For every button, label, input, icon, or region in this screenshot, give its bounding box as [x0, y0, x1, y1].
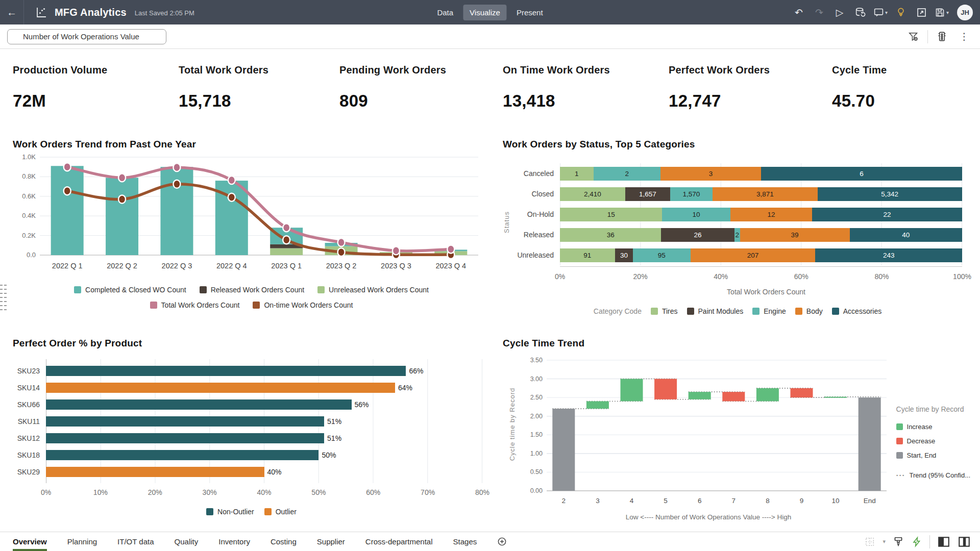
visualization-settings-icon[interactable]	[933, 28, 950, 45]
canvas-tab-itot-data[interactable]: IT/OT data	[117, 532, 154, 551]
chart-perfect-order-by-product[interactable]: Perfect Order % by Product SKU2366%SKU14…	[10, 338, 493, 528]
back-button[interactable]: ←	[0, 0, 23, 24]
data-point[interactable]	[228, 176, 235, 184]
canvas-tab-supplier[interactable]: Supplier	[317, 532, 345, 551]
legend-item[interactable]: Outlier	[264, 508, 297, 516]
bar-segment-engine[interactable]: 95	[633, 248, 690, 262]
data-point[interactable]	[228, 193, 235, 202]
cycle-plot-area[interactable]: 3.503.002.502.001.501.000.500.0023456789…	[503, 349, 972, 521]
bar-segment-body[interactable]: 39	[740, 228, 850, 242]
data-point[interactable]	[118, 195, 126, 204]
bar-segment-accessories[interactable]: 40	[850, 228, 962, 242]
data-point[interactable]	[338, 238, 345, 246]
legend-item[interactable]: Decrease	[896, 437, 970, 445]
add-canvas-button[interactable]	[497, 537, 507, 546]
comments-button[interactable]: ▾	[871, 3, 890, 21]
kpi-cycle-time[interactable]: Cycle Time 45.70	[832, 64, 980, 135]
legend-item[interactable]: Non-Outlier	[206, 508, 254, 516]
bar-segment-accessories[interactable]: 243	[815, 248, 962, 262]
layout-caret-icon[interactable]: ▾	[883, 538, 886, 545]
save-button[interactable]: ▾	[933, 3, 951, 21]
tab-data[interactable]: Data	[430, 5, 460, 20]
bar-segment-tires[interactable]: 2,410	[560, 187, 625, 201]
status-plot-area[interactable]: Canceled1236Closed2,4101,6571,5703,8715,…	[503, 163, 972, 315]
bar-segment-tires[interactable]: 36	[560, 228, 661, 242]
waterfall-bar-4[interactable]	[621, 379, 643, 402]
canvas-tab-quality[interactable]: Quality	[175, 532, 199, 551]
canvas-layout-icon[interactable]	[864, 536, 875, 547]
tab-present[interactable]: Present	[510, 5, 550, 20]
bar-segment-engine[interactable]: 1,570	[670, 187, 713, 201]
canvas-tab-costing[interactable]: Costing	[271, 532, 297, 551]
legend-item[interactable]: Body	[795, 307, 823, 315]
waterfall-bar-3[interactable]	[586, 401, 609, 409]
waterfall-bar-2[interactable]	[552, 409, 575, 491]
filter-pill-work-operations[interactable]: Number of Work Operations Value	[7, 29, 166, 44]
redo-button[interactable]: ↷	[810, 3, 828, 21]
canvas-tab-overview[interactable]: Overview	[13, 532, 47, 551]
refresh-data-icon[interactable]	[851, 3, 869, 21]
data-point[interactable]	[338, 248, 345, 256]
chart-work-orders-trend[interactable]: Work Orders Trend from Past One Year 1.0…	[10, 139, 493, 332]
kpi-on-time-work-orders[interactable]: On Time Work Orders 13,418	[503, 64, 669, 135]
preview-play-button[interactable]: ▷	[830, 3, 849, 21]
kpi-pending-work-orders[interactable]: Pending Work Orders 809	[339, 64, 503, 135]
bar-segment-engine[interactable]: 2	[734, 228, 740, 242]
bar-sku66[interactable]	[46, 399, 352, 410]
waterfall-bar-8[interactable]	[756, 388, 779, 402]
bar-segment-engine[interactable]: 2	[594, 167, 660, 181]
bar-segment-tires[interactable]: 15	[560, 208, 662, 221]
trend-plot-area[interactable]: 1.0K0.8K0.6K0.4K0.2K0.02022 Q 12022 Q 22…	[10, 150, 493, 309]
undo-button[interactable]: ↶	[790, 3, 808, 21]
bar-segment-tires[interactable]: 91	[560, 248, 615, 262]
kpi-perfect-work-orders[interactable]: Perfect Work Orders 12,747	[669, 64, 832, 135]
data-point[interactable]	[173, 163, 180, 171]
data-point[interactable]	[283, 223, 290, 232]
data-point[interactable]	[64, 163, 71, 171]
data-point[interactable]	[118, 173, 126, 182]
bar-sku11[interactable]	[46, 416, 324, 427]
auto-insights-bolt-icon[interactable]	[911, 536, 922, 547]
bar-sku18[interactable]	[46, 450, 318, 460]
legend-item[interactable]: Completed & Closed WO Count	[74, 286, 186, 294]
bar-sku14[interactable]	[46, 383, 395, 393]
toggle-left-panel-icon[interactable]	[937, 535, 950, 548]
kpi-production-volume[interactable]: Production Volume 72M	[13, 64, 179, 135]
bar-segment-paint-modules[interactable]: 1,657	[625, 187, 670, 201]
tab-visualize[interactable]: Visualize	[463, 5, 507, 20]
data-point[interactable]	[447, 245, 454, 253]
legend-item-trend[interactable]: ···Trend (95% Confid...	[896, 471, 970, 480]
bar-segment-tires[interactable]: 1	[560, 167, 594, 181]
bar-segment-body[interactable]: 3,871	[713, 187, 817, 201]
data-point[interactable]	[64, 187, 71, 195]
waterfall-bar-6[interactable]	[689, 392, 711, 399]
bar-segment-body[interactable]: 207	[691, 248, 816, 262]
perfect-plot-area[interactable]: SKU2366%SKU1464%SKU6656%SKU1151%SKU1251%…	[10, 362, 493, 516]
kpi-total-work-orders[interactable]: Total Work Orders 15,718	[179, 64, 339, 135]
waterfall-bar-7[interactable]	[722, 392, 745, 401]
style-brush-icon[interactable]	[893, 536, 904, 547]
user-avatar[interactable]: JH	[957, 5, 973, 20]
canvas-tab-cross-departmental[interactable]: Cross-departmental	[365, 532, 433, 551]
legend-item[interactable]: Paint Modules	[687, 307, 744, 315]
bar-segment-accessories[interactable]: 6	[761, 167, 962, 181]
bar-segment[interactable]	[270, 248, 303, 255]
bar-sku23[interactable]	[46, 366, 406, 376]
chart-cycle-time-trend[interactable]: Cycle Time Trend 3.503.002.502.001.501.0…	[503, 338, 972, 528]
bar-segment[interactable]	[51, 166, 84, 255]
bar-segment-accessories[interactable]: 5,342	[818, 187, 962, 201]
bar-segment[interactable]	[106, 178, 138, 255]
canvas-tab-planning[interactable]: Planning	[67, 532, 97, 551]
legend-item[interactable]: On-time Work Orders Count	[253, 301, 353, 309]
insights-lightbulb-icon[interactable]	[892, 3, 910, 21]
legend-item[interactable]: Unreleased Work Orders Count	[317, 286, 429, 294]
legend-item[interactable]: Released Work Orders Count	[200, 286, 304, 294]
waterfall-bar-10[interactable]	[824, 397, 847, 398]
bar-segment-body[interactable]: 12	[730, 208, 812, 221]
bar-segment-paint-modules[interactable]: 26	[661, 228, 734, 242]
bar-segment-engine[interactable]: 10	[662, 208, 730, 221]
legend-item[interactable]: Total Work Orders Count	[150, 301, 240, 309]
bar-segment-accessories[interactable]: 22	[812, 208, 962, 221]
legend-item[interactable]: Start, End	[896, 452, 970, 459]
data-point[interactable]	[283, 236, 290, 244]
